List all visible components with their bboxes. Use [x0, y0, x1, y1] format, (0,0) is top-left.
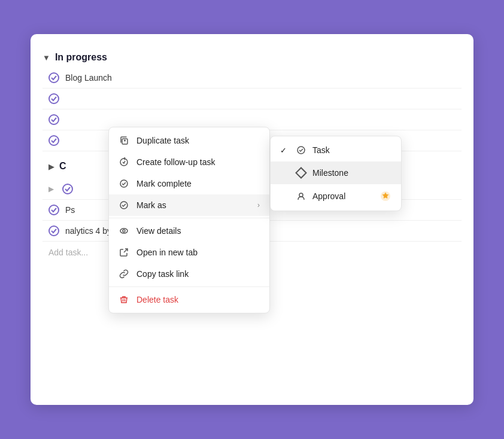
svg-line-10 — [124, 249, 127, 252]
check-mark-empty-2: ✓ — [280, 192, 290, 201]
task-check-icon — [62, 184, 73, 194]
menu-item-label: Open in new tab — [136, 248, 198, 257]
submenu: ✓ Task ✓ Milestone ✓ — [270, 136, 402, 211]
menu-item-label: Delete task — [136, 295, 178, 304]
table-row[interactable] — [42, 89, 462, 109]
task-check-icon — [48, 93, 59, 104]
menu-divider — [109, 218, 269, 218]
section-title-in-progress: In progress — [55, 52, 107, 63]
submenu-item-milestone[interactable]: ✓ Milestone — [271, 161, 401, 184]
task-check-icon — [48, 205, 59, 215]
milestone-icon — [296, 167, 306, 178]
check-circle-icon — [119, 178, 129, 189]
chevron-down-icon[interactable]: ▼ — [42, 53, 50, 62]
submenu-item-label: Milestone — [312, 168, 348, 178]
task-check-icon — [48, 135, 59, 146]
chevron-right-icon[interactable]: ▶ — [48, 162, 54, 171]
svg-point-15 — [299, 193, 303, 197]
submenu-item-label: Task — [312, 145, 330, 155]
section-header-in-progress: ▼ In progress — [42, 52, 462, 63]
menu-item-label: Mark as — [136, 200, 166, 210]
task-label — [65, 136, 68, 145]
menu-item-label: View details — [136, 226, 181, 236]
menu-item-label: Duplicate task — [136, 136, 189, 145]
menu-item-mark-complete[interactable]: Mark complete — [109, 173, 269, 194]
badge-icon — [379, 190, 391, 202]
section-title-c: C — [59, 161, 66, 172]
menu-item-label: Copy task link — [136, 269, 189, 279]
eye-icon — [119, 225, 129, 236]
expand-icon[interactable]: ▶ — [48, 185, 54, 193]
task-label: Ps — [65, 205, 75, 215]
menu-item-follow-up[interactable]: Create follow-up task — [109, 151, 269, 173]
menu-item-duplicate[interactable]: Duplicate task — [109, 130, 269, 151]
svg-point-8 — [120, 228, 127, 233]
svg-point-9 — [123, 230, 125, 232]
check-circle-outline-icon — [119, 200, 129, 211]
task-label — [79, 184, 81, 194]
task-check-icon — [48, 114, 59, 125]
task-label: Blog Launch — [65, 73, 112, 83]
task-check-icon — [48, 225, 59, 236]
menu-item-view-details[interactable]: View details — [109, 220, 269, 242]
link-icon — [119, 269, 129, 279]
follow-up-icon — [119, 157, 129, 167]
submenu-item-approval[interactable]: ✓ Approval — [271, 184, 401, 208]
task-label — [65, 115, 68, 124]
submenu-item-task[interactable]: ✓ Task — [271, 139, 401, 161]
menu-item-label: Mark complete — [136, 179, 192, 188]
menu-item-delete[interactable]: Delete task — [109, 289, 269, 310]
approval-icon — [296, 191, 306, 202]
check-mark-empty: ✓ — [280, 169, 290, 178]
menu-item-open-new-tab[interactable]: Open in new tab — [109, 242, 269, 263]
duplicate-icon — [119, 135, 129, 146]
menu-divider-2 — [109, 286, 269, 287]
svg-point-3 — [120, 158, 127, 166]
task-icon — [296, 145, 306, 156]
check-mark-icon: ✓ — [280, 146, 290, 155]
chevron-right-icon: › — [257, 201, 260, 209]
main-panel: ▼ In progress Blog Launch — [31, 34, 473, 405]
menu-item-label: Create follow-up task — [136, 157, 215, 167]
external-link-icon — [119, 247, 129, 258]
task-label — [65, 94, 68, 103]
submenu-item-label: Approval — [312, 191, 345, 201]
table-row[interactable]: Blog Launch — [42, 68, 462, 89]
menu-item-mark-as[interactable]: Mark as › — [109, 194, 269, 216]
trash-icon — [119, 294, 129, 305]
task-check-icon — [48, 72, 59, 83]
context-menu: Duplicate task Create follow-up task — [108, 127, 270, 313]
menu-item-copy-link[interactable]: Copy task link — [109, 263, 269, 285]
